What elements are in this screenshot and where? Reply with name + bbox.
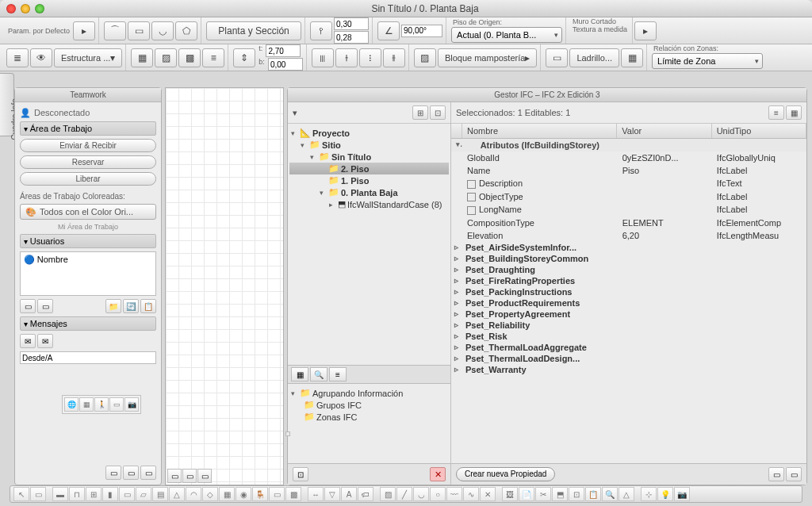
tree-sitio[interactable]: ▾📁 Sitio <box>289 139 449 151</box>
bt-skylight-icon[interactable]: ◇ <box>202 487 218 501</box>
liberar-button[interactable]: Liberar <box>20 172 156 186</box>
bt-morph-icon[interactable]: ◉ <box>236 487 251 501</box>
hatch-cross-icon[interactable]: ▩ <box>178 48 201 67</box>
bt-label-icon[interactable]: 🏷 <box>358 487 373 501</box>
ifc-foot-tool-icon[interactable]: ⊡ <box>293 467 308 481</box>
col-unidtipo[interactable]: UnidTipo <box>712 124 806 138</box>
attr-row[interactable]: GlobalId0yEzSZI0nD...IfcGloballyUniq <box>451 151 806 164</box>
bt-camera-icon[interactable]: 📷 <box>674 487 690 501</box>
pset-row[interactable]: Pset_Risk <box>451 331 806 342</box>
bt-window-icon[interactable]: ⊞ <box>86 487 102 501</box>
zoom-window-button[interactable] <box>35 4 44 13</box>
tree-tool2-icon[interactable]: ⊡ <box>430 105 446 120</box>
tree-sin-titulo[interactable]: ▾📁 Sin Título <box>289 151 449 163</box>
pset-row[interactable]: Pset_ProductRequirements <box>451 297 806 309</box>
pset-row[interactable]: Pset_ThermalLoadDesign... <box>451 353 806 364</box>
bt-interior-icon[interactable]: ⊡ <box>569 487 584 501</box>
bt-spline-icon[interactable]: ∿ <box>463 487 479 501</box>
tw-tool1-icon[interactable]: ▭ <box>20 299 36 313</box>
bt-elev-icon[interactable]: ⬒ <box>552 487 568 501</box>
bt-grid-icon[interactable]: ⊹ <box>641 487 657 501</box>
tw-tool2-icon[interactable]: ▭ <box>37 299 53 313</box>
pset-row[interactable]: Pset_Warranty <box>451 364 806 375</box>
bt-section-icon[interactable]: ✂ <box>535 487 551 501</box>
tw-tool3-icon[interactable]: 📁 <box>105 299 121 313</box>
bt-polyline-icon[interactable]: 〰 <box>446 487 462 501</box>
t-input[interactable] <box>266 44 301 57</box>
nav-person-icon[interactable]: 🚶 <box>94 397 109 412</box>
nav-cam-icon[interactable]: 📷 <box>124 397 139 412</box>
material-hatch2-icon[interactable]: ▦ <box>621 48 643 67</box>
bloque-dropdown[interactable]: Bloque mampostería ▸ <box>438 48 538 67</box>
bt-slab-icon[interactable]: ▱ <box>136 487 151 501</box>
tab-list-icon[interactable]: ≡ <box>329 367 347 381</box>
minimize-window-button[interactable] <box>21 4 30 13</box>
mensajes-header[interactable]: ▾ Mensajes <box>20 316 156 331</box>
tree-tool1-icon[interactable]: ⊞ <box>412 105 428 120</box>
drawing-canvas[interactable]: ▭ ▭ ▭ <box>165 87 284 485</box>
usuarios-header[interactable]: ▾ Usuarios <box>20 234 156 248</box>
bt-detail-icon[interactable]: 🔍 <box>602 487 618 501</box>
tw-foot2-icon[interactable]: ▭ <box>123 466 139 480</box>
group-zonas[interactable]: 📁 Zonas IFC <box>289 411 449 423</box>
b-input[interactable] <box>268 58 303 71</box>
bt-arc-icon[interactable]: ◡ <box>413 487 429 501</box>
canvas-tool1-icon[interactable]: ▭ <box>167 469 182 483</box>
bt-door-icon[interactable]: ⊓ <box>69 487 85 501</box>
reservar-button[interactable]: Reservar <box>20 155 156 169</box>
estructura-dropdown[interactable]: Estructura ... ▾ <box>54 48 122 67</box>
layer-icon[interactable]: ≣ <box>6 48 29 67</box>
group-grupos[interactable]: 📁 Grupos IFC <box>289 399 449 411</box>
pset-row[interactable]: Pset_PropertyAgreement <box>451 309 806 320</box>
bt-roof-icon[interactable]: △ <box>169 487 185 501</box>
bt-shell-icon[interactable]: ◠ <box>186 487 201 501</box>
ifc-tree-toggle-icon[interactable]: ▾ <box>293 108 297 118</box>
eye-icon[interactable]: 👁 <box>30 48 52 67</box>
pset-row[interactable]: Pset_PackingInstructions <box>451 286 806 297</box>
canvas-tool3-icon[interactable]: ▭ <box>197 469 212 483</box>
bt-wall-icon[interactable]: ▬ <box>52 487 68 501</box>
material-hatch-icon[interactable]: ▨ <box>414 48 436 67</box>
bt-object-icon[interactable]: 🪑 <box>252 487 268 501</box>
hatch-solid-icon[interactable]: ▦ <box>131 48 153 67</box>
col-valor[interactable]: Valor <box>617 124 711 138</box>
crear-propiedad-button[interactable]: Crear nueva Propiedad <box>456 467 555 481</box>
msg-in-icon[interactable]: ✉ <box>20 334 36 348</box>
prop-foot2-icon[interactable]: ▭ <box>786 467 802 481</box>
bt-curtain-icon[interactable]: ▦ <box>219 487 235 501</box>
bt-stair-icon[interactable]: ▤ <box>152 487 168 501</box>
pset-row[interactable]: Pset_AirSideSystemInfor... <box>451 242 806 253</box>
wall-type1-icon[interactable]: ⫼ <box>312 48 334 67</box>
tree-wall[interactable]: ▸⬒ IfcWallStandardCase (8) <box>289 198 449 210</box>
bt-mesh-icon[interactable]: ▩ <box>285 487 301 501</box>
pset-row[interactable]: Pset_FireRatingProperties <box>451 275 806 286</box>
bt-dim-icon[interactable]: ↔ <box>308 487 324 501</box>
bt-column-icon[interactable]: ▮ <box>102 487 118 501</box>
tw-foot1-icon[interactable]: ▭ <box>105 466 121 480</box>
bt-fill-icon[interactable]: ▨ <box>380 487 396 501</box>
tab-search-icon[interactable]: 🔍 <box>310 367 327 381</box>
nav-box-icon[interactable]: ▭ <box>109 397 124 412</box>
flyout-arrow-icon[interactable]: ▸ <box>634 21 657 40</box>
tree-planta-baja[interactable]: ▾📁 0. Planta Baja <box>289 186 449 198</box>
bt-worksheet-icon[interactable]: 📋 <box>585 487 601 501</box>
prop-tool1-icon[interactable]: ≡ <box>768 105 784 120</box>
column-icon[interactable]: ⫯ <box>310 21 332 40</box>
col-nombre[interactable]: Nombre <box>462 124 617 138</box>
bt-zone-icon[interactable]: ▭ <box>269 487 285 501</box>
piso-origen-dropdown[interactable]: Actual (0. Planta B... <box>451 27 562 43</box>
attr-row[interactable]: NamePisoIfcLabel <box>451 164 806 177</box>
hatch-diag-icon[interactable]: ▨ <box>155 48 177 67</box>
wall-type3-icon[interactable]: ⫶ <box>359 48 381 67</box>
dim-top-input[interactable] <box>334 17 369 30</box>
angle-input[interactable] <box>401 25 442 37</box>
geom-poly-icon[interactable]: ⬠ <box>175 21 197 40</box>
enviar-recibir-button[interactable]: Enviar & Recibir <box>20 139 156 152</box>
bt-beam-icon[interactable]: ▭ <box>119 487 135 501</box>
pset-row[interactable]: Pset_ThermalLoadAggregate <box>451 342 806 353</box>
planta-seccion-button[interactable]: Planta y Sección <box>206 21 301 40</box>
todos-color-button[interactable]: 🎨Todos con el Color Ori... <box>20 204 156 220</box>
bt-hotspot-icon[interactable]: ✕ <box>480 487 496 501</box>
attr-row[interactable]: CompositionTypeELEMENTIfcElementComp <box>451 217 806 229</box>
wall-type2-icon[interactable]: ⫳ <box>335 48 358 67</box>
